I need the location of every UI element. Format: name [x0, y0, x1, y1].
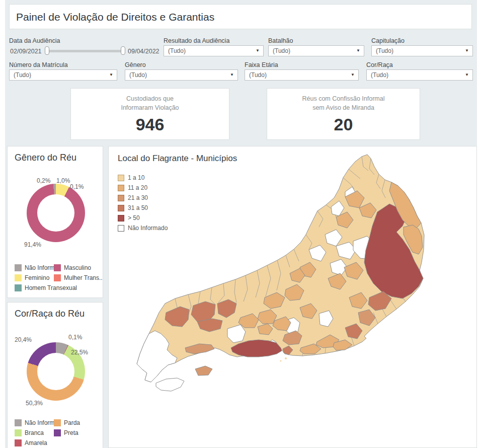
map-card: Local do Flagrante - Municípios 1 a 10 1…: [108, 146, 477, 448]
legend-label: Feminino: [25, 274, 49, 281]
map-region[interactable]: [285, 357, 287, 359]
kpi-value: 946: [71, 115, 229, 134]
date-start: 02/09/2021: [10, 48, 42, 55]
kpi-title-line2: Informaram Violação: [71, 104, 229, 111]
donut-hole: [37, 194, 74, 232]
map-region[interactable]: [156, 378, 184, 391]
resultado-dropdown[interactable]: (Tudo) ▼: [164, 45, 264, 56]
matricula-filter-label: Número da Matrícula: [9, 61, 68, 68]
kpi-value: 20: [267, 115, 420, 134]
legend-label: Preta: [64, 429, 78, 436]
batalhao-dropdown-value: (Tudo): [273, 47, 290, 54]
chevron-down-icon: ▼: [256, 46, 260, 56]
legend-label: Mulher Trans..: [64, 274, 103, 281]
genero-chart-title: Gênero do Réu: [15, 153, 76, 163]
legend-label: Masculino: [64, 264, 91, 271]
slice-label-amarela: 0,1%: [68, 334, 82, 341]
legend-swatch[interactable]: [54, 429, 61, 436]
genero-donut-chart[interactable]: [27, 184, 85, 242]
legend-swatch[interactable]: [54, 419, 61, 426]
legend-label: Não Inform: [25, 264, 54, 271]
slice-label-masculino: 91,4%: [24, 241, 41, 248]
legend-swatch[interactable]: [15, 264, 22, 271]
kpi-card-custodiados: Custodiados que Informaram Violação 946: [70, 88, 229, 140]
batalhao-filter-label: Batalhão: [268, 37, 293, 44]
matricula-dropdown-value: (Tudo): [14, 71, 31, 79]
resultado-filter-label: Resultado da Audiência: [164, 37, 229, 44]
slice-label-nao-inform: 0,2%: [37, 177, 50, 184]
legend-swatch[interactable]: [15, 429, 22, 436]
corraca-dropdown[interactable]: (Tudo) ▼: [366, 69, 473, 81]
slice-label-parda: 50,3%: [26, 400, 43, 407]
corraca-chart-title: Cor/Raça do Réu: [15, 309, 85, 319]
genero-filter-label: Gênero: [125, 61, 146, 68]
slice-label-preta: 20,4%: [15, 336, 32, 343]
capitulacao-dropdown-value: (Tudo): [376, 47, 393, 54]
faixa-dropdown-value: (Tudo): [249, 71, 267, 79]
slice-label-branca: 22,5%: [71, 349, 88, 356]
date-slider-track: [47, 50, 123, 52]
date-slider-handle-start[interactable]: [45, 46, 49, 55]
legend-label: Amarela: [25, 439, 47, 446]
date-end: 09/04/2022: [128, 48, 159, 55]
kpi-title-line2: sem Aviso de Miranda: [267, 104, 420, 111]
resultado-dropdown-value: (Tudo): [168, 47, 186, 54]
kpi-title-line1: Custodiados que: [71, 95, 229, 102]
corraca-filter-label: Cor/Raça: [366, 61, 393, 68]
dashboard: Painel de Violação de Direitos e Garanti…: [0, 0, 480, 448]
genero-dropdown[interactable]: (Tudo) ▼: [125, 69, 238, 81]
genero-dropdown-value: (Tudo): [129, 71, 147, 79]
legend-swatch[interactable]: [54, 274, 61, 281]
legend-swatch[interactable]: [15, 284, 22, 291]
genero-chart-card: Gênero do Réu 0,2% 1,0% 0,1% 91,4% Não I…: [7, 146, 103, 298]
kpi-card-confissao: Réus com Confissão Informal sem Aviso de…: [267, 88, 420, 140]
donut-hole: [37, 353, 74, 390]
matricula-dropdown[interactable]: (Tudo) ▼: [9, 69, 117, 81]
chevron-down-icon: ▼: [351, 70, 355, 80]
slice-label-mulher-trans: 0,1%: [70, 183, 84, 190]
capitulacao-dropdown[interactable]: (Tudo) ▼: [371, 45, 473, 56]
header-card: Painel de Violação de Direitos e Garanti…: [9, 4, 472, 29]
legend-label: Não Inform: [25, 419, 54, 426]
map-region[interactable]: [190, 370, 192, 372]
slice-label-feminino: 1,0%: [56, 177, 70, 184]
legend-swatch[interactable]: [15, 274, 22, 281]
date-slider-handle-end[interactable]: [121, 46, 125, 55]
page-title: Painel de Violação de Direitos e Garanti…: [10, 5, 471, 30]
legend-label: Branca: [25, 429, 44, 436]
choropleth-map[interactable]: [109, 146, 477, 448]
chevron-down-icon: ▼: [356, 46, 360, 56]
legend-label: Homem Transexual: [25, 284, 77, 291]
batalhao-dropdown[interactable]: (Tudo) ▼: [268, 45, 364, 56]
chevron-down-icon: ▼: [230, 70, 234, 80]
chevron-down-icon: ▼: [465, 70, 469, 80]
corraca-dropdown-value: (Tudo): [371, 71, 388, 79]
kpi-title-line1: Réus com Confissão Informal: [267, 95, 420, 102]
legend-swatch[interactable]: [54, 264, 61, 271]
legend-swatch[interactable]: [15, 439, 22, 446]
faixa-dropdown[interactable]: (Tudo) ▼: [245, 69, 359, 81]
chevron-down-icon: ▼: [109, 70, 113, 80]
legend-label: Parda: [64, 419, 80, 426]
faixa-filter-label: Faixa Etária: [245, 61, 278, 68]
map-region[interactable]: [184, 373, 186, 375]
corraca-chart-card: Cor/Raça do Réu 20,4% 0,1% 22,5% 50,3% N…: [7, 302, 103, 448]
date-filter-label: Data da Audiência: [9, 37, 60, 44]
chevron-down-icon: ▼: [465, 46, 469, 56]
map-region[interactable]: [280, 360, 282, 362]
capitulacao-filter-label: Capitulação: [371, 37, 405, 44]
legend-swatch[interactable]: [15, 419, 22, 426]
map-region[interactable]: [195, 366, 212, 376]
